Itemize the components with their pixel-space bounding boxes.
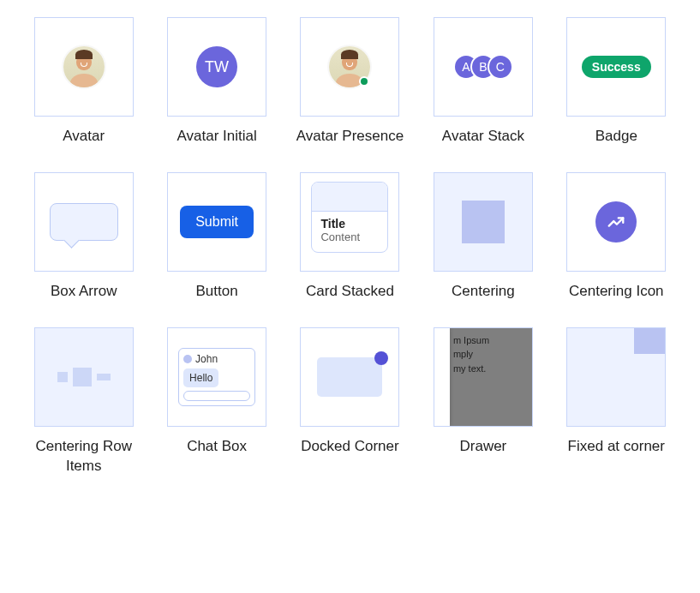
avatar-icon	[63, 46, 105, 87]
thumb-docked-corner	[300, 327, 399, 427]
presence-dot-icon	[359, 76, 369, 87]
chat-avatar-icon	[183, 355, 192, 363]
item-centering-icon[interactable]: Centering Icon	[559, 172, 674, 302]
chat-input	[183, 391, 250, 401]
item-chat-box[interactable]: John Hello Chat Box	[159, 327, 274, 476]
item-avatar-initial[interactable]: TW Avatar Initial	[159, 17, 274, 147]
label-docked-corner: Docked Corner	[301, 437, 398, 457]
item-badge[interactable]: Success Badge	[559, 17, 674, 147]
row-items-icon	[57, 368, 111, 386]
badge-pill: Success	[582, 56, 651, 78]
label-drawer: Drawer	[459, 437, 506, 457]
label-centering-row: Centering Row Items	[26, 437, 141, 476]
label-avatar-initial: Avatar Initial	[176, 127, 256, 147]
label-fixed-corner: Fixed at corner	[568, 437, 665, 457]
thumb-avatar-initial: TW	[167, 17, 266, 117]
avatar-presence-icon	[329, 46, 370, 87]
item-centering[interactable]: Centering	[425, 172, 541, 302]
trend-up-icon	[595, 201, 637, 243]
thumb-centering	[434, 172, 533, 272]
chat-message: Hello	[183, 368, 218, 387]
chat-header: John	[183, 353, 250, 365]
thumb-chat-box: John Hello	[167, 327, 266, 427]
card-title: Title	[320, 217, 379, 231]
item-box-arrow[interactable]: Box Arrow	[26, 172, 141, 302]
label-chat-box: Chat Box	[187, 437, 247, 457]
thumb-centering-row	[34, 327, 134, 427]
submit-button: Submit	[180, 206, 254, 238]
avatar-stack-icon: A B C	[453, 54, 513, 80]
label-box-arrow: Box Arrow	[51, 282, 117, 302]
label-card-stacked: Card Stacked	[306, 282, 394, 302]
label-centering-icon: Centering Icon	[569, 282, 664, 302]
label-avatar-presence: Avatar Presence	[296, 127, 404, 147]
item-docked-corner[interactable]: Docked Corner	[292, 327, 408, 476]
thumb-card-stacked: Title Content	[300, 172, 399, 272]
thumb-box-arrow	[34, 172, 134, 272]
thumb-centering-icon	[566, 172, 666, 272]
component-grid: Avatar TW Avatar Initial Avatar Presence…	[26, 17, 674, 476]
item-centering-row[interactable]: Centering Row Items	[26, 327, 141, 476]
thumb-avatar-presence	[300, 17, 399, 117]
item-fixed-corner[interactable]: Fixed at corner	[559, 327, 674, 476]
thumb-drawer: m Ipsum mply my text.	[434, 327, 533, 427]
docked-box-icon	[317, 357, 382, 397]
thumb-avatar	[34, 17, 134, 117]
label-badge: Badge	[595, 127, 637, 147]
chat-box-icon: John Hello	[178, 348, 255, 406]
thumb-badge: Success	[566, 17, 666, 117]
corner-square-icon	[634, 328, 665, 354]
label-button: Button	[196, 282, 238, 302]
item-avatar-presence[interactable]: Avatar Presence	[292, 17, 408, 147]
item-avatar-stack[interactable]: A B C Avatar Stack	[425, 17, 541, 147]
centered-square-icon	[462, 201, 505, 243]
item-card-stacked[interactable]: Title Content Card Stacked	[292, 172, 408, 302]
item-button[interactable]: Submit Button	[159, 172, 274, 302]
item-avatar[interactable]: Avatar	[26, 17, 141, 147]
item-drawer[interactable]: m Ipsum mply my text. Drawer	[425, 327, 541, 476]
drawer-panel-icon	[434, 328, 450, 426]
corner-dot-icon	[374, 351, 388, 365]
drawer-text: m Ipsum mply my text.	[453, 333, 489, 376]
drawer-overlay-icon: m Ipsum mply my text.	[434, 328, 532, 426]
label-centering: Centering	[452, 282, 515, 302]
card-content: Content	[320, 231, 379, 243]
label-avatar: Avatar	[63, 127, 105, 147]
thumb-fixed-corner	[566, 327, 666, 427]
chat-user: John	[195, 353, 218, 365]
label-avatar-stack: Avatar Stack	[442, 127, 524, 147]
card-stacked-icon: Title Content	[311, 182, 388, 253]
thumb-button: Submit	[167, 172, 266, 272]
thumb-avatar-stack: A B C	[434, 17, 533, 117]
speech-bubble-icon	[50, 203, 118, 241]
avatar-initial-icon: TW	[196, 46, 237, 87]
